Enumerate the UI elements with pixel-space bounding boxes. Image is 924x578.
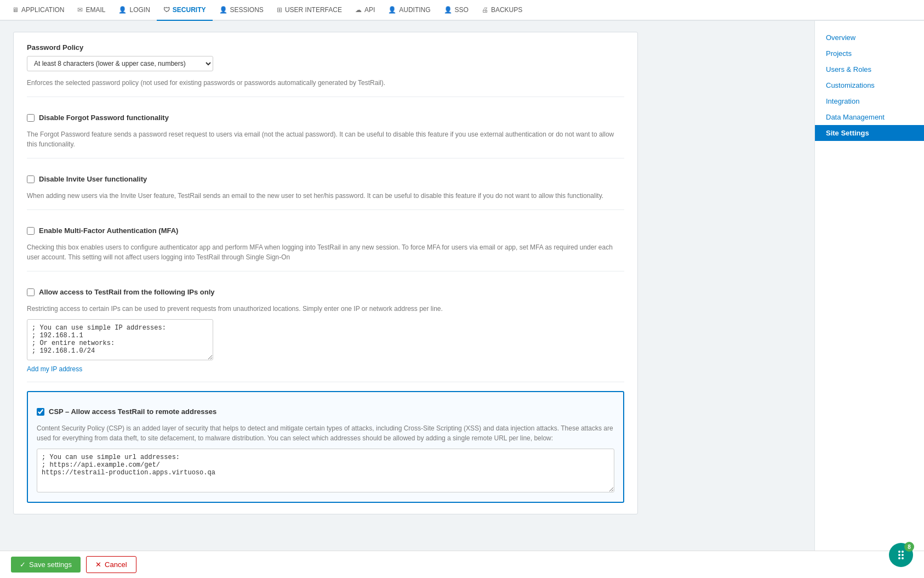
nav-application[interactable]: 🖥 APPLICATION — [5, 0, 71, 21]
security-icon: 🛡 — [163, 6, 170, 14]
api-icon: ☁ — [355, 6, 362, 14]
fab-dots-icon — [898, 551, 904, 559]
allow-ips-checkbox[interactable] — [27, 288, 35, 296]
nav-user-interface[interactable]: ⊞ USER INTERFACE — [270, 0, 349, 21]
sidebar: Overview Projects Users & Roles Customiz… — [814, 21, 924, 578]
allow-ips-label[interactable]: Allow access to TestRail from the follow… — [39, 288, 214, 296]
disable-invite-user-label[interactable]: Disable Invite User functionality — [39, 175, 147, 183]
disable-forgot-password-checkbox[interactable] — [27, 114, 35, 122]
password-policy-select[interactable]: At least 8 characters (lower & upper cas… — [27, 56, 213, 71]
allow-ips-section: Allow access to TestRail from the follow… — [27, 280, 624, 382]
csp-textarea[interactable]: ; You can use simple url addresses: ; ht… — [37, 449, 614, 492]
application-icon: 🖥 — [12, 6, 19, 14]
csp-desc: Content Security Policy (CSP) is an adde… — [37, 423, 614, 443]
disable-forgot-password-row: Disable Forgot Password functionality — [27, 106, 624, 126]
disable-forgot-password-label[interactable]: Disable Forgot Password functionality — [39, 114, 169, 122]
email-icon: ✉ — [77, 6, 83, 14]
disable-invite-user-row: Disable Invite User functionality — [27, 167, 624, 188]
nav-login[interactable]: 👤 LOGIN — [112, 0, 156, 21]
sidebar-item-data-management[interactable]: Data Management — [815, 109, 924, 125]
sidebar-item-integration[interactable]: Integration — [815, 93, 924, 109]
sidebar-item-overview[interactable]: Overview — [815, 30, 924, 46]
top-nav: 🖥 APPLICATION ✉ EMAIL 👤 LOGIN 🛡 SECURITY… — [0, 0, 924, 21]
sso-icon: 👤 — [444, 6, 452, 14]
enable-mfa-checkbox[interactable] — [27, 227, 35, 235]
fab-button[interactable]: 8 — [889, 543, 913, 567]
main-content: Password Policy At least 8 characters (l… — [0, 21, 814, 578]
enable-mfa-row: Enable Multi-Factor Authentication (MFA) — [27, 219, 624, 239]
ip-textarea[interactable]: ; You can use simple IP addresses: ; 192… — [27, 319, 213, 360]
sidebar-item-customizations[interactable]: Customizations — [815, 77, 924, 93]
user-interface-icon: ⊞ — [277, 6, 282, 14]
enable-mfa-desc: Checking this box enables users to confi… — [27, 242, 624, 262]
nav-sso[interactable]: 👤 SSO — [437, 0, 475, 21]
disable-forgot-password-section: Disable Forgot Password functionality Th… — [27, 106, 624, 158]
nav-sessions[interactable]: 👤 SESSIONS — [213, 0, 270, 21]
allow-ips-row: Allow access to TestRail from the follow… — [27, 280, 624, 301]
allow-ips-desc: Restricting access to certain IPs can be… — [27, 304, 624, 314]
backups-icon: 🖨 — [482, 6, 488, 14]
nav-backups[interactable]: 🖨 BACKUPS — [475, 0, 529, 21]
password-policy-title: Password Policy — [27, 43, 624, 52]
nav-security[interactable]: 🛡 SECURITY — [157, 0, 213, 21]
nav-email[interactable]: ✉ EMAIL — [71, 0, 112, 21]
disable-invite-user-desc: When adding new users via the Invite Use… — [27, 191, 624, 201]
sidebar-item-users-roles[interactable]: Users & Roles — [815, 61, 924, 77]
footer-bar: ✓ Save settings ✕ Cancel — [0, 551, 924, 578]
save-button[interactable]: ✓ Save settings — [11, 557, 81, 573]
enable-mfa-section: Enable Multi-Factor Authentication (MFA)… — [27, 219, 624, 271]
password-policy-section: Password Policy At least 8 characters (l… — [27, 43, 624, 97]
auditing-icon: 👤 — [388, 6, 396, 14]
main-layout: Password Policy At least 8 characters (l… — [0, 21, 924, 578]
cancel-button[interactable]: ✕ Cancel — [86, 556, 136, 573]
add-ip-link[interactable]: Add my IP address — [27, 365, 82, 373]
csp-section: CSP – Allow access TestRail to remote ad… — [27, 391, 624, 503]
checkmark-icon: ✓ — [20, 560, 26, 569]
enable-mfa-label[interactable]: Enable Multi-Factor Authentication (MFA) — [39, 226, 178, 235]
csp-row: CSP – Allow access TestRail to remote ad… — [37, 400, 614, 420]
nav-api[interactable]: ☁ API — [349, 0, 381, 21]
csp-label[interactable]: CSP – Allow access TestRail to remote ad… — [49, 407, 216, 416]
x-icon: ✕ — [95, 560, 101, 569]
disable-invite-user-checkbox[interactable] — [27, 175, 35, 183]
login-icon: 👤 — [118, 6, 127, 14]
content-card: Password Policy At least 8 characters (l… — [13, 32, 638, 514]
csp-checkbox[interactable] — [37, 408, 44, 416]
password-policy-desc: Enforces the selected password policy (n… — [27, 78, 624, 88]
sidebar-item-site-settings[interactable]: Site Settings — [815, 125, 924, 141]
disable-forgot-password-desc: The Forgot Password feature sends a pass… — [27, 129, 624, 149]
fab-badge: 8 — [904, 542, 914, 552]
nav-auditing[interactable]: 👤 AUDITING — [381, 0, 437, 21]
sidebar-item-projects[interactable]: Projects — [815, 46, 924, 61]
sessions-icon: 👤 — [219, 6, 227, 14]
disable-invite-user-section: Disable Invite User functionality When a… — [27, 167, 624, 210]
